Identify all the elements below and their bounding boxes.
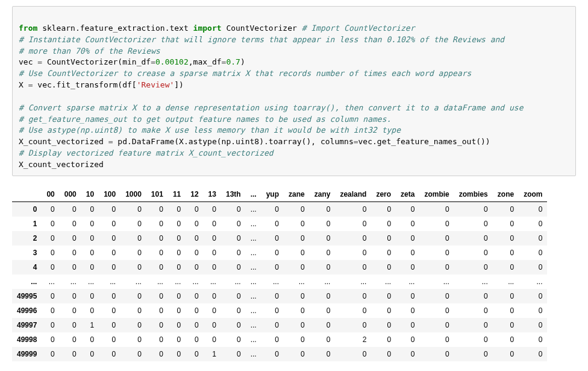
table-cell: 0 [168, 201, 186, 217]
table-cell: 0 [371, 260, 396, 274]
table-cell: ... [246, 303, 261, 318]
table-cell: 0 [146, 303, 168, 318]
table-cell: 0 [81, 289, 99, 303]
table-row: 499990000000010...0000000000 [12, 347, 547, 361]
table-cell: 0 [60, 260, 81, 274]
table-cell: 0 [261, 347, 284, 361]
table-cell: 0 [419, 217, 454, 231]
table-cell: 0 [120, 347, 146, 361]
table-cell: ... [60, 274, 81, 289]
table-cell: 0 [60, 201, 81, 217]
table-cell: 0 [310, 217, 336, 231]
table-cell: 0 [221, 260, 246, 274]
table-cell: 0 [310, 231, 336, 246]
table-cell: ... [454, 274, 493, 289]
table-cell: 0 [284, 201, 310, 217]
table-cell: 0 [99, 347, 120, 361]
table-cell: ... [246, 201, 261, 217]
row-index: 2 [12, 231, 42, 246]
table-cell: 0 [284, 231, 310, 246]
table-cell: 0 [519, 318, 547, 332]
table-cell: 0 [186, 201, 203, 217]
table-cell: 0 [146, 246, 168, 260]
row-index: 49997 [12, 318, 42, 332]
table-cell: 0 [204, 332, 221, 347]
column-header: zero [371, 187, 396, 202]
table-cell: 0 [99, 231, 120, 246]
table-cell: 0 [419, 260, 454, 274]
table-cell: 0 [284, 260, 310, 274]
table-cell: 0 [204, 260, 221, 274]
table-cell: 0 [261, 246, 284, 260]
table-row: 10000000000...0000000000 [12, 217, 547, 231]
table-cell: 0 [371, 289, 396, 303]
table-cell: 0 [419, 231, 454, 246]
table-cell: 0 [396, 260, 419, 274]
table-cell: 0 [146, 289, 168, 303]
table-cell: 0 [371, 332, 396, 347]
table-cell: 0 [221, 303, 246, 318]
table-cell: 0 [60, 289, 81, 303]
table-cell: 0 [371, 201, 396, 217]
code-line-3: # more than 70% of the Reviews [19, 46, 160, 55]
table-cell: 0 [60, 318, 81, 332]
table-cell: ... [310, 274, 336, 289]
table-cell: 0 [519, 217, 547, 231]
table-cell: 0 [261, 289, 284, 303]
code-line-6: X = vec.fit_transform(df['Review']) [19, 80, 184, 89]
table-cell: 0 [310, 318, 336, 332]
table-cell: 0 [168, 332, 186, 347]
column-header: 101 [146, 187, 168, 202]
table-cell: 0 [371, 318, 396, 332]
row-index: 49995 [12, 289, 42, 303]
table-cell: 0 [221, 231, 246, 246]
table-cell: 0 [335, 246, 371, 260]
table-cell: 0 [284, 332, 310, 347]
table-cell: 0 [60, 332, 81, 347]
table-cell: 0 [493, 231, 519, 246]
table-cell: 0 [221, 201, 246, 217]
table-cell: 0 [396, 332, 419, 347]
table-row: 499960000000000...0000000000 [12, 303, 547, 318]
table-cell: 0 [493, 332, 519, 347]
index-header [12, 187, 42, 202]
table-cell: 0 [60, 347, 81, 361]
output-area: 0000010100100010111121313th...yupzanezan… [12, 187, 576, 371]
table-cell: 0 [99, 217, 120, 231]
table-cell: 0 [493, 318, 519, 332]
table-cell: 2 [335, 332, 371, 347]
table-cell: 0 [221, 246, 246, 260]
table-cell: 0 [42, 217, 59, 231]
table-cell: 0 [261, 303, 284, 318]
table-cell: ... [493, 274, 519, 289]
table-cell: 0 [120, 260, 146, 274]
table-cell: 0 [120, 246, 146, 260]
table-cell: 0 [519, 246, 547, 260]
table-cell: 0 [186, 289, 203, 303]
row-index: 49999 [12, 347, 42, 361]
row-index: 49996 [12, 303, 42, 318]
table-cell: ... [261, 274, 284, 289]
table-cell: 0 [146, 318, 168, 332]
table-cell: 0 [186, 318, 203, 332]
table-cell: 0 [186, 332, 203, 347]
table-cell: 0 [42, 318, 59, 332]
table-cell: 0 [335, 217, 371, 231]
table-cell: 0 [419, 201, 454, 217]
table-cell: 0 [310, 303, 336, 318]
table-cell: 0 [146, 332, 168, 347]
table-cell: 0 [454, 303, 493, 318]
table-cell: 0 [335, 231, 371, 246]
table-cell: 0 [168, 347, 186, 361]
table-cell: 0 [261, 332, 284, 347]
table-cell: ... [246, 347, 261, 361]
table-cell: ... [99, 274, 120, 289]
table-cell: 0 [81, 217, 99, 231]
column-header: zone [493, 187, 519, 202]
table-cell: 0 [120, 332, 146, 347]
table-cell: 0 [120, 318, 146, 332]
table-cell: 0 [519, 201, 547, 217]
table-cell: 0 [60, 217, 81, 231]
row-index: 0 [12, 201, 42, 217]
table-cell: 0 [493, 201, 519, 217]
